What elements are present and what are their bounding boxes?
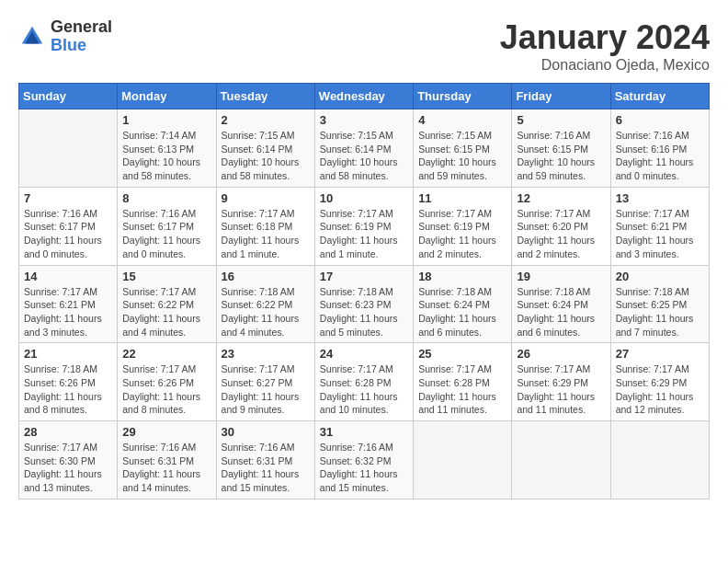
day-info: Sunrise: 7:15 AMSunset: 6:14 PMDaylight:… (222, 129, 310, 183)
weekday-header-sunday: Sunday (19, 84, 118, 109)
calendar-cell: 20Sunrise: 7:18 AMSunset: 6:25 PMDayligh… (610, 265, 709, 343)
title-area: January 2024 Donaciano Ojeda, Mexico (500, 18, 710, 74)
calendar-cell: 6Sunrise: 7:16 AMSunset: 6:16 PMDaylight… (610, 109, 709, 188)
day-number: 26 (517, 347, 605, 361)
calendar-cell: 25Sunrise: 7:17 AMSunset: 6:28 PMDayligh… (414, 343, 512, 421)
calendar-week-3: 14Sunrise: 7:17 AMSunset: 6:21 PMDayligh… (19, 265, 710, 343)
calendar-body: 1Sunrise: 7:14 AMSunset: 6:13 PMDaylight… (19, 109, 710, 500)
calendar-cell (414, 421, 512, 500)
day-info: Sunrise: 7:17 AMSunset: 6:19 PMDaylight:… (418, 207, 506, 261)
day-info: Sunrise: 7:16 AMSunset: 6:17 PMDaylight:… (122, 207, 210, 261)
day-info: Sunrise: 7:17 AMSunset: 6:21 PMDaylight:… (616, 207, 704, 261)
day-number: 12 (517, 191, 605, 205)
calendar-cell: 21Sunrise: 7:18 AMSunset: 6:26 PMDayligh… (19, 343, 118, 421)
logo-text: General Blue (51, 18, 112, 55)
day-info: Sunrise: 7:18 AMSunset: 6:26 PMDaylight:… (24, 362, 112, 417)
day-number: 30 (222, 425, 310, 439)
calendar-cell: 15Sunrise: 7:17 AMSunset: 6:22 PMDayligh… (118, 265, 216, 343)
day-number: 7 (24, 191, 112, 205)
day-info: Sunrise: 7:15 AMSunset: 6:14 PMDaylight:… (320, 129, 408, 183)
day-number: 5 (517, 113, 605, 127)
day-info: Sunrise: 7:16 AMSunset: 6:16 PMDaylight:… (616, 129, 704, 183)
calendar-cell: 8Sunrise: 7:16 AMSunset: 6:17 PMDaylight… (118, 187, 216, 265)
calendar-week-5: 28Sunrise: 7:17 AMSunset: 6:30 PMDayligh… (19, 421, 710, 500)
day-number: 19 (517, 270, 605, 283)
calendar-header: SundayMondayTuesdayWednesdayThursdayFrid… (19, 84, 710, 109)
calendar-cell: 28Sunrise: 7:17 AMSunset: 6:30 PMDayligh… (19, 421, 118, 500)
calendar-cell: 11Sunrise: 7:17 AMSunset: 6:19 PMDayligh… (414, 187, 512, 265)
calendar-cell (610, 421, 709, 500)
day-number: 16 (222, 270, 310, 283)
day-number: 17 (320, 270, 408, 283)
day-number: 22 (122, 347, 210, 361)
logo-icon (18, 23, 46, 51)
calendar-cell: 13Sunrise: 7:17 AMSunset: 6:21 PMDayligh… (610, 187, 709, 265)
day-info: Sunrise: 7:17 AMSunset: 6:26 PMDaylight:… (122, 362, 210, 417)
calendar-cell: 22Sunrise: 7:17 AMSunset: 6:26 PMDayligh… (118, 343, 216, 421)
weekday-header-friday: Friday (512, 84, 610, 109)
day-info: Sunrise: 7:16 AMSunset: 6:15 PMDaylight:… (517, 129, 605, 183)
calendar-cell: 23Sunrise: 7:17 AMSunset: 6:27 PMDayligh… (216, 343, 314, 421)
logo-general: General (51, 18, 112, 37)
day-info: Sunrise: 7:16 AMSunset: 6:31 PMDaylight:… (122, 441, 210, 495)
day-number: 3 (320, 113, 408, 127)
day-number: 27 (616, 347, 704, 361)
calendar-cell: 4Sunrise: 7:15 AMSunset: 6:15 PMDaylight… (414, 109, 512, 188)
calendar-cell: 16Sunrise: 7:18 AMSunset: 6:22 PMDayligh… (216, 265, 314, 343)
weekday-row: SundayMondayTuesdayWednesdayThursdayFrid… (19, 84, 710, 109)
day-info: Sunrise: 7:15 AMSunset: 6:15 PMDaylight:… (418, 129, 506, 183)
calendar-cell: 17Sunrise: 7:18 AMSunset: 6:23 PMDayligh… (314, 265, 413, 343)
weekday-header-monday: Monday (118, 84, 216, 109)
calendar-cell: 29Sunrise: 7:16 AMSunset: 6:31 PMDayligh… (118, 421, 216, 500)
day-number: 2 (222, 113, 310, 127)
logo: General Blue (18, 18, 112, 55)
day-info: Sunrise: 7:18 AMSunset: 6:22 PMDaylight:… (222, 285, 310, 339)
day-info: Sunrise: 7:17 AMSunset: 6:27 PMDaylight:… (222, 362, 310, 417)
day-number: 25 (418, 347, 506, 361)
calendar-week-2: 7Sunrise: 7:16 AMSunset: 6:17 PMDaylight… (19, 187, 710, 265)
calendar-cell: 27Sunrise: 7:17 AMSunset: 6:29 PMDayligh… (610, 343, 709, 421)
day-info: Sunrise: 7:16 AMSunset: 6:32 PMDaylight:… (320, 441, 408, 495)
calendar-cell: 5Sunrise: 7:16 AMSunset: 6:15 PMDaylight… (512, 109, 610, 188)
day-info: Sunrise: 7:17 AMSunset: 6:22 PMDaylight:… (122, 285, 210, 339)
day-number: 10 (320, 191, 408, 205)
day-number: 9 (222, 191, 310, 205)
day-number: 29 (122, 425, 210, 439)
calendar-cell: 7Sunrise: 7:16 AMSunset: 6:17 PMDaylight… (19, 187, 118, 265)
day-number: 21 (24, 347, 112, 361)
calendar-cell (512, 421, 610, 500)
calendar-cell: 14Sunrise: 7:17 AMSunset: 6:21 PMDayligh… (19, 265, 118, 343)
day-number: 4 (418, 113, 506, 127)
day-number: 31 (320, 425, 408, 439)
day-number: 13 (616, 191, 704, 205)
weekday-header-thursday: Thursday (414, 84, 512, 109)
day-info: Sunrise: 7:17 AMSunset: 6:29 PMDaylight:… (616, 362, 704, 417)
day-info: Sunrise: 7:18 AMSunset: 6:25 PMDaylight:… (616, 285, 704, 339)
calendar-cell: 9Sunrise: 7:17 AMSunset: 6:18 PMDaylight… (216, 187, 314, 265)
day-info: Sunrise: 7:17 AMSunset: 6:30 PMDaylight:… (24, 441, 112, 495)
calendar-cell: 26Sunrise: 7:17 AMSunset: 6:29 PMDayligh… (512, 343, 610, 421)
day-number: 11 (418, 191, 506, 205)
day-info: Sunrise: 7:17 AMSunset: 6:18 PMDaylight:… (222, 207, 310, 261)
day-info: Sunrise: 7:16 AMSunset: 6:31 PMDaylight:… (222, 441, 310, 495)
month-title: January 2024 (500, 18, 710, 57)
day-number: 14 (24, 270, 112, 283)
calendar-cell: 31Sunrise: 7:16 AMSunset: 6:32 PMDayligh… (314, 421, 413, 500)
day-info: Sunrise: 7:17 AMSunset: 6:20 PMDaylight:… (517, 207, 605, 261)
day-number: 18 (418, 270, 506, 283)
weekday-header-saturday: Saturday (610, 84, 709, 109)
day-info: Sunrise: 7:18 AMSunset: 6:23 PMDaylight:… (320, 285, 408, 339)
calendar-cell: 18Sunrise: 7:18 AMSunset: 6:24 PMDayligh… (414, 265, 512, 343)
header: General Blue January 2024 Donaciano Ojed… (18, 18, 710, 74)
calendar-cell: 1Sunrise: 7:14 AMSunset: 6:13 PMDaylight… (118, 109, 216, 188)
day-number: 24 (320, 347, 408, 361)
day-info: Sunrise: 7:17 AMSunset: 6:28 PMDaylight:… (320, 362, 408, 417)
location-title: Donaciano Ojeda, Mexico (500, 57, 710, 74)
day-number: 6 (616, 113, 704, 127)
calendar-cell (19, 109, 118, 188)
day-info: Sunrise: 7:17 AMSunset: 6:28 PMDaylight:… (418, 362, 506, 417)
day-number: 28 (24, 425, 112, 439)
calendar-week-1: 1Sunrise: 7:14 AMSunset: 6:13 PMDaylight… (19, 109, 710, 188)
day-number: 23 (222, 347, 310, 361)
logo-blue: Blue (51, 37, 112, 55)
